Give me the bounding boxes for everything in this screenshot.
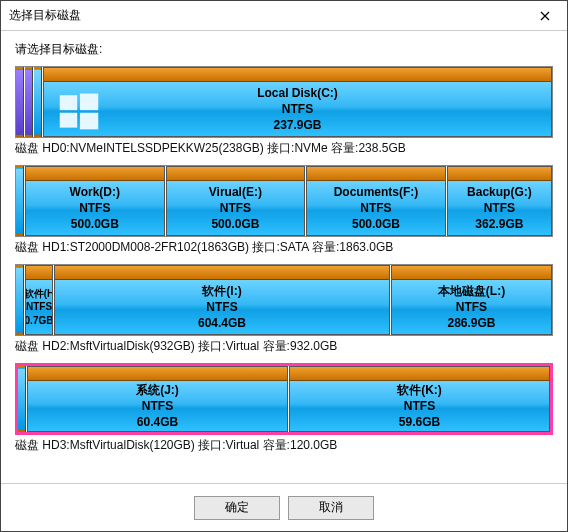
disk-meta: 磁盘 HD3:MsftVirtualDisk(120GB) 接口:Virtual… xyxy=(15,437,553,454)
partition-size: 362.9GB xyxy=(467,216,532,232)
content-area: 请选择目标磁盘: Local Disk(C:)NTFS237.9GB磁盘 HD0… xyxy=(1,31,567,483)
partition-body: 系统(J:)NTFS60.4GB xyxy=(28,381,287,431)
disk-list: Local Disk(C:)NTFS237.9GB磁盘 HD0:NVMeINTE… xyxy=(15,66,553,454)
disk-row[interactable]: 系统(J:)NTFS60.4GB软件(K:)NTFS59.6GB xyxy=(15,363,553,435)
svg-rect-3 xyxy=(80,113,98,130)
partition-body: Work(D:)NTFS500.0GB xyxy=(26,181,164,235)
disk-group: 系统(J:)NTFS60.4GB软件(K:)NTFS59.6GB磁盘 HD3:M… xyxy=(15,363,553,454)
partition-fs: NTFS xyxy=(467,200,532,216)
partition-name: 软件(K:) xyxy=(397,382,442,398)
partition-fs: NTFS xyxy=(209,200,262,216)
partition-name: 本地磁盘(L:) xyxy=(438,283,505,299)
disk-group: Work(D:)NTFS500.0GBVirual(E:)NTFS500.0GB… xyxy=(15,165,553,256)
partition-size: 286.9GB xyxy=(438,315,505,331)
partition-fs: NTFS xyxy=(136,398,179,414)
partition-size: 237.9GB xyxy=(257,117,338,133)
partition-fs: NTFS xyxy=(397,398,442,414)
svg-rect-2 xyxy=(60,113,78,128)
partition-info: Local Disk(C:)NTFS237.9GB xyxy=(257,85,338,134)
partition-name: Virual(E:) xyxy=(209,184,262,200)
partition-fs: NTFS xyxy=(198,299,246,315)
partition-name: Backup(G:) xyxy=(467,184,532,200)
partition-body: Backup(G:)NTFS362.9GB xyxy=(448,181,551,235)
titlebar: 选择目标磁盘 xyxy=(1,1,567,31)
windows-logo-icon xyxy=(58,90,100,132)
partition-info: 本地磁盘(L:)NTFS286.9GB xyxy=(438,283,505,332)
partition-size: 59.6GB xyxy=(397,414,442,430)
svg-rect-1 xyxy=(80,94,98,111)
disk-meta: 磁盘 HD2:MsftVirtualDisk(932GB) 接口:Virtual… xyxy=(15,338,553,355)
partition[interactable]: Virual(E:)NTFS500.0GB xyxy=(166,166,306,236)
partition[interactable]: Work(D:)NTFS500.0GB xyxy=(25,166,165,236)
partition-name: 系统(J:) xyxy=(136,382,179,398)
partition-name: 软件(I:) xyxy=(198,283,246,299)
partition-header-bar xyxy=(26,266,52,280)
footer: 确定 取消 xyxy=(1,483,567,531)
partition-name: Work(D:) xyxy=(70,184,120,200)
partition[interactable]: 软件(HNTFS0.7GB xyxy=(25,265,53,335)
partition-info: 软件(HNTFS0.7GB xyxy=(25,287,53,328)
partition-size: 500.0GB xyxy=(209,216,262,232)
partition-size: 500.0GB xyxy=(334,216,419,232)
partition-stub xyxy=(16,166,24,236)
partition-body: 软件(K:)NTFS59.6GB xyxy=(290,381,549,431)
close-button[interactable] xyxy=(522,1,567,31)
partition[interactable]: Backup(G:)NTFS362.9GB xyxy=(447,166,552,236)
partition-size: 604.4GB xyxy=(198,315,246,331)
dialog-window: 选择目标磁盘 请选择目标磁盘: Local Disk(C:)NTFS237.9G… xyxy=(0,0,568,532)
partition[interactable]: 本地磁盘(L:)NTFS286.9GB xyxy=(391,265,552,335)
partition-body: Documents(F:)NTFS500.0GB xyxy=(307,181,445,235)
disk-group: 软件(HNTFS0.7GB软件(I:)NTFS604.4GB本地磁盘(L:)NT… xyxy=(15,264,553,355)
partition-header-bar xyxy=(392,266,551,280)
disk-meta: 磁盘 HD0:NVMeINTELSSDPEKKW25(238GB) 接口:NVM… xyxy=(15,140,553,157)
disk-group: Local Disk(C:)NTFS237.9GB磁盘 HD0:NVMeINTE… xyxy=(15,66,553,157)
partition-info: Virual(E:)NTFS500.0GB xyxy=(209,184,262,233)
partition-info: Backup(G:)NTFS362.9GB xyxy=(467,184,532,233)
partition-fs: NTFS xyxy=(70,200,120,216)
partition-stub xyxy=(16,67,24,137)
partition-info: Documents(F:)NTFS500.0GB xyxy=(334,184,419,233)
partition-size: 60.4GB xyxy=(136,414,179,430)
partition-header-bar xyxy=(290,367,549,381)
cancel-button[interactable]: 取消 xyxy=(288,496,374,520)
partition-fs: NTFS xyxy=(25,300,53,314)
partition[interactable]: 系统(J:)NTFS60.4GB xyxy=(27,366,288,432)
partition-header-bar xyxy=(44,68,551,82)
partition-stub xyxy=(18,366,26,432)
partition-name: Local Disk(C:) xyxy=(257,85,338,101)
disk-row[interactable]: Work(D:)NTFS500.0GBVirual(E:)NTFS500.0GB… xyxy=(15,165,553,237)
partition-header-bar xyxy=(448,167,551,181)
partition-stub xyxy=(25,67,33,137)
partition-header-bar xyxy=(28,367,287,381)
partition-fs: NTFS xyxy=(334,200,419,216)
disk-meta: 磁盘 HD1:ST2000DM008-2FR102(1863GB) 接口:SAT… xyxy=(15,239,553,256)
partition-stub xyxy=(16,265,24,335)
partition[interactable]: Local Disk(C:)NTFS237.9GB xyxy=(43,67,552,137)
disk-row[interactable]: 软件(HNTFS0.7GB软件(I:)NTFS604.4GB本地磁盘(L:)NT… xyxy=(15,264,553,336)
partition-header-bar xyxy=(55,266,389,280)
ok-button[interactable]: 确定 xyxy=(194,496,280,520)
partition-name: Documents(F:) xyxy=(334,184,419,200)
partition-size: 0.7GB xyxy=(25,314,53,328)
partition-fs: NTFS xyxy=(257,101,338,117)
partition-body: 软件(HNTFS0.7GB xyxy=(26,280,52,334)
partition-name: 软件(H xyxy=(25,287,53,301)
partition-stub xyxy=(34,67,42,137)
partition-info: 软件(I:)NTFS604.4GB xyxy=(198,283,246,332)
close-icon xyxy=(540,11,550,21)
partition[interactable]: 软件(I:)NTFS604.4GB xyxy=(54,265,390,335)
partition-size: 500.0GB xyxy=(70,216,120,232)
partition[interactable]: 软件(K:)NTFS59.6GB xyxy=(289,366,550,432)
svg-rect-0 xyxy=(60,95,78,110)
partition-body: Virual(E:)NTFS500.0GB xyxy=(167,181,305,235)
partition-body: Local Disk(C:)NTFS237.9GB xyxy=(44,82,551,136)
partition[interactable]: Documents(F:)NTFS500.0GB xyxy=(306,166,446,236)
prompt-label: 请选择目标磁盘: xyxy=(15,41,553,58)
partition-info: Work(D:)NTFS500.0GB xyxy=(70,184,120,233)
partition-info: 系统(J:)NTFS60.4GB xyxy=(136,382,179,431)
partition-info: 软件(K:)NTFS59.6GB xyxy=(397,382,442,431)
partition-body: 软件(I:)NTFS604.4GB xyxy=(55,280,389,334)
disk-row[interactable]: Local Disk(C:)NTFS237.9GB xyxy=(15,66,553,138)
window-title: 选择目标磁盘 xyxy=(9,7,81,24)
partition-header-bar xyxy=(167,167,305,181)
